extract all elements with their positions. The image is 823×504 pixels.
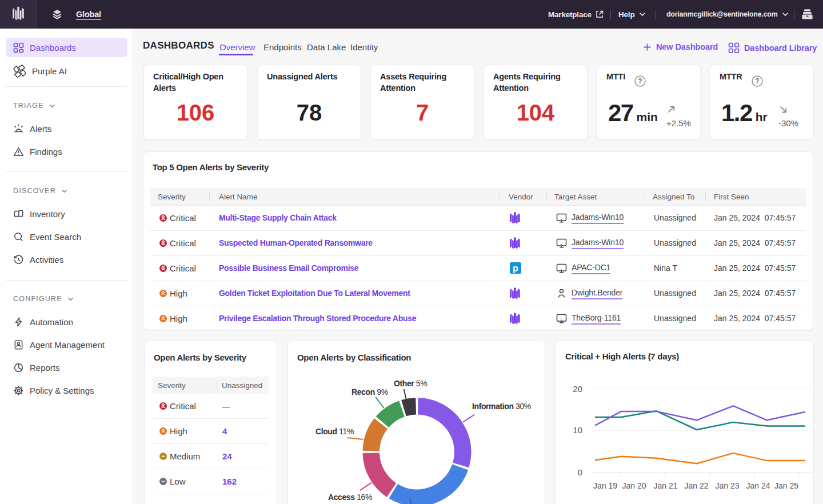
- svg-text:Jan 21: Jan 21: [653, 481, 677, 490]
- svg-text:Jan 25: Jan 25: [774, 481, 798, 490]
- svg-text:10: 10: [573, 425, 582, 435]
- svg-text:20: 20: [573, 384, 582, 394]
- svg-text:Jan 23: Jan 23: [715, 481, 739, 490]
- svg-text:0: 0: [578, 467, 582, 477]
- svg-text:?: ?: [638, 77, 642, 85]
- svg-text:Jan 24: Jan 24: [746, 481, 770, 490]
- svg-text:Jan 20: Jan 20: [622, 481, 646, 490]
- svg-text:?: ?: [755, 77, 759, 85]
- svg-text:Jan 22: Jan 22: [684, 481, 708, 490]
- svg-text:p: p: [513, 263, 518, 273]
- svg-text:Jan 19: Jan 19: [593, 481, 617, 490]
